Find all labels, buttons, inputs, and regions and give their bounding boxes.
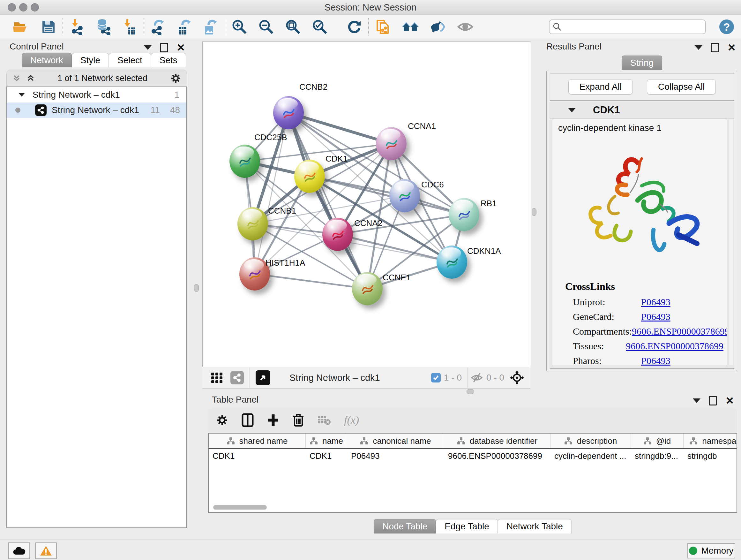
node-label-CCNE1: CCNE1 (383, 273, 411, 283)
export-network-icon[interactable] (149, 18, 167, 36)
delete-table-icon[interactable] (317, 415, 331, 426)
expand-all-button[interactable]: Expand All (568, 79, 633, 95)
show-columns-icon[interactable] (241, 413, 254, 427)
protein-thumbnail-CCNE1 (358, 280, 377, 298)
node-CCNA1[interactable] (376, 127, 407, 160)
float-panel-icon[interactable] (160, 43, 168, 52)
add-column-icon[interactable] (267, 413, 280, 427)
left-splitter-handle[interactable] (194, 284, 199, 292)
fit-selected-crosshair-icon[interactable] (510, 371, 524, 385)
network-options-gear-icon[interactable] (170, 72, 182, 84)
network-collection-row[interactable]: String Network – cdk1 1 (7, 87, 186, 103)
crosslinks-list: Uniprot:P06493GeneCard:P06493Compartment… (573, 297, 724, 366)
tab-node-table[interactable]: Node Table (374, 519, 436, 534)
string-results-controls: Expand All Collapse All (550, 73, 734, 101)
table-settings-gear-icon[interactable] (216, 414, 228, 427)
selected-checkbox-icon[interactable] (431, 373, 441, 382)
node-CDC25B[interactable] (229, 145, 260, 178)
column-header-canonical-name[interactable]: canonical name (347, 434, 444, 448)
help-icon[interactable]: ? (719, 19, 734, 34)
expand-all-icon[interactable] (26, 74, 35, 82)
node-CCNE1[interactable] (352, 272, 383, 305)
collapse-all-button[interactable]: Collapse All (647, 79, 716, 95)
birdseye-icon[interactable] (256, 370, 270, 385)
tab-edge-table[interactable]: Edge Table (436, 519, 498, 534)
crosslink-value-link[interactable]: P06493 (641, 311, 670, 322)
collapse-all-icon[interactable] (12, 74, 21, 82)
close-panel-icon[interactable]: ✕ (727, 44, 736, 51)
node-CCNB2[interactable] (273, 96, 304, 129)
memory-status-button[interactable]: Memory (687, 543, 735, 558)
function-builder-icon[interactable]: f(x) (344, 414, 359, 426)
network-canvas[interactable]: CCNB2CCNA1CDC25BCDK1CDC6RB1CCNB1CCNA2CDK… (202, 42, 531, 367)
crosslink-value-link[interactable]: P06493 (641, 297, 670, 307)
results-scrollbar[interactable] (728, 119, 733, 365)
panel-menu-icon[interactable] (695, 45, 702, 50)
close-panel-icon[interactable]: ✕ (177, 44, 185, 51)
crosslink-label: Tissues: (573, 341, 626, 352)
search-input[interactable] (549, 19, 706, 34)
node-CDK1[interactable] (294, 160, 325, 193)
edge-CCNB2-CCNA1[interactable] (288, 113, 391, 144)
node-CDKN1A[interactable] (436, 246, 467, 279)
show-graphics-details-icon[interactable] (456, 18, 474, 36)
crosslink-value-link[interactable]: P06493 (641, 355, 670, 366)
export-image-icon[interactable] (202, 18, 219, 36)
zoom-fit-icon[interactable] (284, 18, 302, 36)
node-RB1[interactable] (449, 198, 479, 231)
warning-icon[interactable] (35, 543, 57, 559)
gene-section-header[interactable]: CDK1 (550, 102, 734, 118)
tab-string[interactable]: String (622, 56, 662, 70)
column-header-database-identifier[interactable]: database identifier (444, 434, 550, 448)
grid-view-icon[interactable] (211, 371, 223, 384)
import-network-from-database-icon[interactable] (94, 18, 112, 36)
node-CCNA2[interactable] (322, 218, 353, 251)
hidden-eye-slash-icon[interactable] (470, 372, 483, 383)
tab-style[interactable]: Style (72, 53, 109, 67)
open-session-icon[interactable] (11, 18, 29, 36)
right-splitter-handle[interactable] (532, 208, 536, 216)
delete-column-icon[interactable] (292, 413, 305, 427)
protein-thumbnail-HIST1H1A (245, 265, 264, 283)
network-row[interactable]: String Network – cdk1 11 48 (7, 103, 186, 118)
column-header-shared-name[interactable]: shared name (209, 434, 306, 448)
import-table-icon[interactable] (121, 18, 138, 36)
protein-thumbnail-CCNA1 (382, 135, 401, 152)
node-CDC6[interactable] (389, 179, 420, 212)
protein-thumbnail-CCNB2 (279, 104, 298, 122)
tab-network[interactable]: Network (22, 53, 72, 67)
column-header-label: canonical name (373, 436, 431, 446)
crosslink-label: GeneCard: (573, 311, 641, 322)
zoom-selected-icon[interactable] (311, 18, 329, 36)
tab-select[interactable]: Select (109, 53, 151, 67)
import-network-from-file-icon[interactable] (68, 18, 86, 36)
edge-HIST1H1A-CCNE1[interactable] (255, 274, 367, 289)
duplicate-network-icon[interactable] (374, 18, 392, 36)
network-view-title: String Network – cdk1 (289, 373, 380, 383)
panel-menu-icon[interactable] (144, 45, 151, 50)
column-type-icon (310, 437, 318, 445)
home-icon[interactable] (401, 18, 419, 36)
hide-graphics-details-icon[interactable] (429, 18, 447, 36)
collection-expand-icon[interactable] (18, 93, 24, 97)
node-CCNB1[interactable] (238, 207, 268, 240)
node-label-CCNB2: CCNB2 (299, 82, 327, 92)
table-horizontal-scrollbar[interactable] (213, 505, 267, 509)
network-selection-status: 1 of 1 Network selected (35, 73, 170, 83)
refresh-icon[interactable] (345, 18, 363, 36)
crosslink-value-link[interactable]: 9606.ENSP00000378699 (626, 341, 724, 352)
zoom-in-icon[interactable] (230, 18, 248, 36)
share-view-icon[interactable] (230, 371, 244, 384)
zoom-out-icon[interactable] (257, 18, 275, 36)
save-session-icon[interactable] (40, 18, 57, 36)
toolbar-separator (144, 18, 144, 36)
crosslink-row: Tissues:9606.ENSP00000378699 (573, 341, 724, 355)
crosslink-value-link[interactable]: 9606.ENSP00000378699 (632, 326, 727, 337)
gene-collapse-icon[interactable] (568, 108, 576, 112)
crosslink-row: Uniprot:P06493 (573, 297, 724, 311)
column-header-name[interactable]: name (306, 434, 347, 448)
float-panel-icon[interactable] (711, 43, 719, 52)
cloud-icon[interactable] (8, 543, 30, 559)
tab-sets[interactable]: Sets (151, 53, 186, 67)
export-table-icon[interactable] (176, 18, 193, 36)
